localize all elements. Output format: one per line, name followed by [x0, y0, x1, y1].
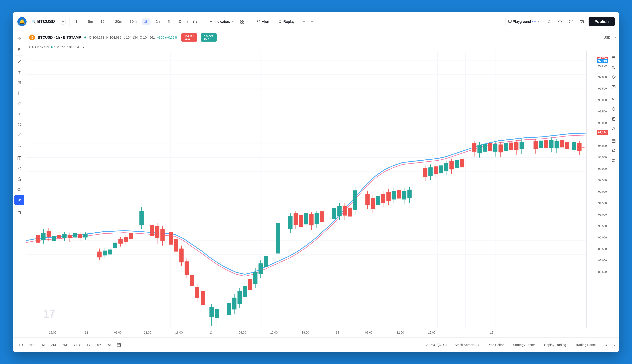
link-tool[interactable] — [15, 195, 24, 205]
logo-button[interactable]: 🔔 — [17, 17, 27, 26]
fib-tool[interactable] — [15, 88, 24, 98]
period-1m[interactable]: 1M — [37, 342, 48, 348]
svg-rect-215 — [472, 143, 477, 152]
pitchfork-tool[interactable] — [15, 67, 24, 77]
timeframe-1m[interactable]: 1m — [73, 18, 83, 25]
timeframe-4h[interactable]: 4h — [165, 18, 173, 25]
layout-tool[interactable] — [15, 153, 24, 163]
currency-dropdown[interactable]: ▾ — [614, 36, 616, 39]
timeframe-30m[interactable]: 30m — [127, 18, 139, 25]
timeframe-d[interactable]: D — [176, 18, 184, 25]
date-range-button[interactable] — [115, 341, 123, 349]
alert-button[interactable]: Alert — [254, 18, 272, 25]
crosshair-right-button[interactable] — [609, 95, 618, 104]
symbol-logo: ₿ — [29, 34, 35, 40]
tab-trading-panel[interactable]: Trading Panel — [571, 342, 600, 348]
svg-rect-139 — [227, 303, 231, 315]
svg-rect-235 — [533, 142, 538, 149]
emoji-tool[interactable] — [15, 120, 24, 130]
collapse-down-button[interactable]: ▭ — [610, 342, 616, 348]
account-button[interactable] — [609, 124, 618, 133]
help-button[interactable] — [609, 156, 618, 165]
collapse-up-button[interactable]: ∧ — [603, 342, 609, 348]
tab-replay-trading[interactable]: Replay Trading — [540, 342, 571, 348]
chart-type-button[interactable] — [191, 18, 199, 26]
measure-tool[interactable] — [15, 130, 24, 140]
undo-button[interactable]: ↩ — [300, 18, 308, 25]
timeframe-5m[interactable]: 5m — [86, 18, 95, 25]
period-5y[interactable]: 5Y — [94, 342, 104, 348]
chat-button[interactable] — [609, 82, 618, 91]
period-ytd[interactable]: YTD — [70, 342, 83, 348]
clock-button[interactable] — [556, 18, 564, 26]
eye-tool[interactable] — [15, 184, 24, 194]
timeframe-20m[interactable]: 20m — [113, 18, 124, 25]
watchlist-button[interactable] — [609, 53, 618, 62]
trendline-tool[interactable] — [15, 57, 24, 66]
svg-rect-221 — [488, 143, 492, 151]
add-symbol-button[interactable]: + — [60, 19, 66, 24]
replay-button[interactable]: Replay — [275, 18, 298, 25]
period-1y[interactable]: 1Y — [83, 342, 94, 348]
svg-rect-89 — [62, 234, 67, 238]
symbol-search[interactable]: 🔍 BTCUSD — [30, 18, 57, 25]
svg-rect-165 — [309, 214, 314, 225]
layers-button[interactable] — [609, 73, 618, 82]
strategy-tool[interactable] — [15, 164, 24, 174]
buy-button[interactable]: 104,562 BUY — [201, 34, 217, 42]
zoom-tool[interactable] — [15, 140, 24, 150]
svg-rect-111 — [129, 233, 133, 239]
indicator-collapse-button[interactable]: ▲ — [80, 44, 86, 50]
search-chart-icon — [547, 20, 551, 24]
playground-button[interactable]: Playground Save ▾ — [505, 18, 542, 25]
timeframe-dropdown[interactable]: ▾ — [187, 20, 188, 24]
clipboard-button[interactable] — [609, 114, 618, 123]
templates-button[interactable] — [239, 18, 246, 26]
target-button[interactable] — [609, 104, 618, 114]
period-1d[interactable]: 1D — [16, 342, 26, 348]
price-90000: 90,000 — [598, 236, 607, 239]
text-tool[interactable] — [15, 109, 24, 119]
tab-stock-screener[interactable]: Stock Screen... ▾ — [451, 342, 483, 348]
crosshair-tool[interactable] — [15, 34, 24, 44]
pencil-tool[interactable] — [15, 99, 24, 108]
period-all[interactable]: All — [104, 342, 115, 348]
trash-tool[interactable] — [15, 208, 24, 218]
stock-screener-dropdown: ▾ — [478, 344, 479, 346]
timeframe-2h[interactable]: 2h — [153, 18, 162, 25]
screenshot-button[interactable] — [578, 18, 586, 26]
fullscreen-button[interactable] — [567, 18, 575, 26]
left-sidebar-sep-1 — [15, 55, 24, 56]
svg-rect-95 — [78, 234, 82, 238]
tab-strategy-tester[interactable]: Strategy Tester — [508, 342, 540, 348]
timeframe-1h[interactable]: 1h — [142, 18, 150, 25]
chart-canvas[interactable]: 17 — [26, 51, 586, 328]
publish-button[interactable]: Publish — [588, 17, 615, 26]
shapes-tool[interactable] — [15, 78, 24, 88]
history-button[interactable] — [609, 63, 618, 72]
pointer-tool[interactable] — [15, 44, 24, 54]
period-6m[interactable]: 6M — [59, 342, 70, 348]
alert-right-button[interactable] — [609, 146, 618, 155]
account-icon — [611, 126, 616, 131]
svg-rect-197 — [407, 190, 412, 198]
timeframe-15m[interactable]: 15m — [98, 18, 110, 25]
svg-rect-91 — [68, 235, 72, 238]
calendar-button[interactable] — [609, 136, 618, 145]
period-5d[interactable]: 5D — [26, 342, 37, 348]
replay-label: Replay — [283, 20, 295, 24]
redo-button[interactable]: ↪ — [308, 18, 316, 25]
buy-price: 104,562 — [204, 35, 214, 38]
time-1800-1: 18:00 — [49, 331, 56, 334]
time-1800-4: 18:00 — [428, 331, 436, 334]
indicators-button[interactable]: Indicators ▾ — [206, 18, 235, 25]
tab-pine-editor[interactable]: Pine Editor — [483, 342, 508, 348]
svg-rect-12 — [243, 22, 244, 24]
lock-tool[interactable] — [15, 174, 24, 184]
period-3m[interactable]: 3M — [48, 342, 59, 348]
svg-rect-249 — [572, 142, 576, 150]
search-icon: 🔍 — [32, 20, 36, 24]
price-97500: 97,500 — [598, 64, 607, 68]
sell-button[interactable]: 104,561 SELL — [181, 34, 197, 42]
search-chart-button[interactable] — [545, 18, 553, 26]
